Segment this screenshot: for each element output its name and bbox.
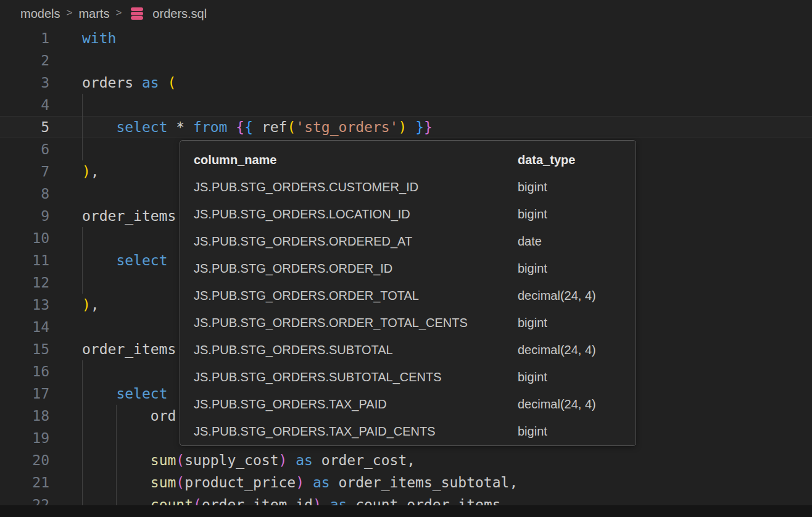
chevron-right-icon: > [115,7,122,19]
line-number: 19 [0,427,49,449]
indent-guide [116,427,117,449]
line-number: 6 [0,138,49,160]
popup-cell-data-type: bigint [518,309,547,336]
popup-table-row: JS.PUB.STG_ORDERS.ORDER_TOTALdecimal(24,… [180,282,636,309]
code-text: order_items [82,205,176,227]
popup-cell-column-name: JS.PUB.STG_ORDERS.SUBTOTAL [194,336,393,363]
breadcrumb-item-marts[interactable]: marts [78,7,109,21]
popup-header-data-type: data_type [518,146,575,173]
line-number: 11 [0,249,49,271]
popup-table-row: JS.PUB.STG_ORDERS.SUBTOTAL_CENTSbigint [180,363,636,391]
popup-cell-data-type: bigint [518,255,547,282]
popup-cell-data-type: decimal(24, 4) [518,336,596,363]
popup-table-row: JS.PUB.STG_ORDERS.TAX_PAID_CENTSbigint [180,418,636,445]
code-text: with [82,27,116,49]
popup-table-row: JS.PUB.STG_ORDERS.TAX_PAIDdecimal(24, 4) [180,391,636,418]
line-number: 7 [0,160,49,183]
popup-rows: JS.PUB.STG_ORDERS.CUSTOMER_IDbigintJS.PU… [180,173,636,445]
line-number: 8 [0,183,49,205]
indent-guide [82,427,83,449]
code-text: select [82,249,167,271]
indent-guide [82,94,83,116]
code-text: ), [82,160,99,183]
line-number: 20 [0,449,49,471]
code-text: order_items [82,338,176,360]
breadcrumb-item-models[interactable]: models [20,7,60,21]
line-number: 10 [0,227,49,249]
column-info-popup: column_name data_type JS.PUB.STG_ORDERS.… [180,140,636,446]
popup-cell-column-name: JS.PUB.STG_ORDERS.ORDER_TOTAL_CENTS [194,309,468,336]
line-number: 21 [0,471,49,494]
popup-table-row: JS.PUB.STG_ORDERS.SUBTOTALdecimal(24, 4) [180,336,636,363]
popup-cell-column-name: JS.PUB.STG_ORDERS.CUSTOMER_ID [194,173,418,201]
code-line-2[interactable]: 2 [0,49,812,72]
code-text: sum(product_price) as order_items_subtot… [82,471,518,494]
popup-cell-data-type: decimal(24, 4) [518,391,596,418]
panel-edge [0,505,812,517]
indent-guide [82,227,83,249]
popup-cell-column-name: JS.PUB.STG_ORDERS.ORDER_ID [194,255,392,282]
popup-header-column-name: column_name [194,146,276,173]
indent-guide [82,271,83,294]
popup-cell-data-type: date [518,228,542,255]
popup-header-row: column_name data_type [180,146,636,173]
line-number: 12 [0,271,49,294]
popup-cell-column-name: JS.PUB.STG_ORDERS.TAX_PAID_CENTS [194,418,436,445]
popup-cell-data-type: bigint [518,418,547,445]
popup-table-row: JS.PUB.STG_ORDERS.LOCATION_IDbigint [180,201,636,228]
popup-cell-data-type: bigint [518,201,547,228]
breadcrumb: models > marts > orders.sql [0,0,812,27]
code-text: orders as ( [82,72,176,94]
line-number: 9 [0,205,49,227]
line-number: 18 [0,405,49,427]
editor-window: models > marts > orders.sql 1with23order… [0,0,812,517]
code-line-4[interactable]: 4 [0,94,812,116]
popup-cell-column-name: JS.PUB.STG_ORDERS.TAX_PAID [194,391,387,418]
popup-cell-data-type: bigint [518,363,547,391]
code-text: sum(supply_cost) as order_cost, [82,449,415,471]
code-line-20[interactable]: 20 sum(supply_cost) as order_cost, [0,449,812,471]
code-text: select * from {{ ref('stg_orders') }} [82,116,433,138]
line-number: 15 [0,338,49,360]
line-number: 1 [0,27,49,49]
popup-cell-column-name: JS.PUB.STG_ORDERS.LOCATION_ID [194,201,410,228]
database-icon [129,6,145,22]
code-line-3[interactable]: 3orders as ( [0,72,812,94]
line-number: 5 [0,116,49,138]
code-line-5[interactable]: 5 select * from {{ ref('stg_orders') }} [0,116,812,138]
code-line-1[interactable]: 1with [0,27,812,49]
popup-cell-data-type: decimal(24, 4) [518,282,596,309]
line-number: 14 [0,316,49,338]
indent-guide [82,360,83,383]
line-number: 2 [0,49,49,72]
popup-cell-column-name: JS.PUB.STG_ORDERS.ORDER_TOTAL [194,282,419,309]
code-text: ), [82,294,99,316]
popup-table-row: JS.PUB.STG_ORDERS.CUSTOMER_IDbigint [180,173,636,201]
code-line-21[interactable]: 21 sum(product_price) as order_items_sub… [0,471,812,494]
code-text: ord [82,405,176,427]
popup-cell-data-type: bigint [518,173,547,201]
popup-table-row: JS.PUB.STG_ORDERS.ORDERED_ATdate [180,228,636,255]
popup-cell-column-name: JS.PUB.STG_ORDERS.ORDERED_AT [194,228,412,255]
popup-cell-column-name: JS.PUB.STG_ORDERS.SUBTOTAL_CENTS [194,363,442,391]
code-text: select [82,383,167,405]
line-number: 13 [0,294,49,316]
line-number: 16 [0,360,49,383]
chevron-right-icon: > [66,7,72,19]
indent-guide [82,138,83,160]
line-number: 4 [0,94,49,116]
breadcrumb-file[interactable]: orders.sql [152,7,207,21]
line-number: 17 [0,383,49,405]
popup-table-row: JS.PUB.STG_ORDERS.ORDER_TOTAL_CENTSbigin… [180,309,636,336]
popup-table-row: JS.PUB.STG_ORDERS.ORDER_IDbigint [180,255,636,282]
line-number: 3 [0,72,49,94]
